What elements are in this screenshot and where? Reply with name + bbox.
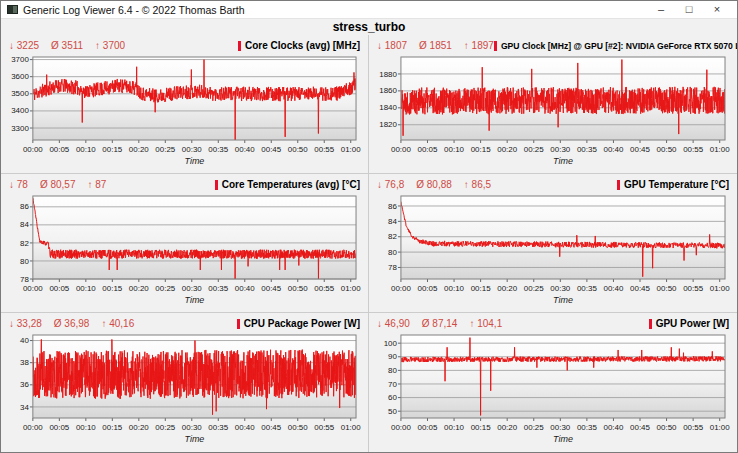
svg-text:86: 86	[20, 202, 29, 211]
svg-text:00:30: 00:30	[182, 284, 202, 293]
svg-text:00:55: 00:55	[314, 145, 334, 154]
svg-text:78: 78	[388, 263, 397, 272]
svg-text:00:50: 00:50	[288, 284, 308, 293]
svg-text:00:10: 00:10	[76, 145, 96, 154]
svg-text:00:35: 00:35	[577, 145, 597, 154]
svg-text:00:10: 00:10	[76, 284, 96, 293]
chart-panel-gpu-clock: ↓ 1807 Ø 1851 ↑ 1897 GPU Clock [MHz] @ G…	[369, 35, 737, 174]
chart-title-text: GPU Power [W]	[656, 318, 729, 329]
stat-max: ↑ 104,1	[469, 318, 502, 329]
svg-text:00:10: 00:10	[444, 284, 464, 293]
chart-title: GPU Clock [MHz] @ GPU [#2]: NVIDIA GeFor…	[494, 41, 737, 51]
svg-text:3400: 3400	[11, 106, 29, 115]
svg-text:01:00: 01:00	[710, 145, 730, 154]
legend-marker-icon	[215, 180, 218, 190]
svg-text:Time: Time	[185, 434, 205, 444]
window-controls: – □ ×	[647, 1, 731, 18]
svg-text:00:45: 00:45	[630, 423, 650, 432]
svg-text:00:25: 00:25	[524, 423, 544, 432]
svg-text:00:35: 00:35	[577, 284, 597, 293]
svg-text:100: 100	[384, 339, 398, 348]
chart-stats: ↓ 78 Ø 80,57 ↑ 87	[9, 179, 106, 190]
chart-title: Core Clocks (avg) [MHz]	[238, 40, 360, 51]
svg-text:00:20: 00:20	[129, 423, 149, 432]
chart-title-text: Core Clocks (avg) [MHz]	[245, 40, 360, 51]
svg-text:00:15: 00:15	[471, 423, 491, 432]
svg-text:00:50: 00:50	[657, 145, 677, 154]
minimize-icon[interactable]: –	[647, 1, 675, 18]
svg-text:00:15: 00:15	[102, 423, 122, 432]
svg-text:00:20: 00:20	[497, 423, 517, 432]
chart-header: ↓ 46,90 Ø 87,14 ↑ 104,1 GPU Power [W]	[375, 315, 731, 332]
svg-text:84: 84	[20, 220, 29, 229]
svg-text:Time: Time	[553, 156, 573, 166]
svg-text:00:15: 00:15	[102, 145, 122, 154]
chart-panel-cpu-package-power: ↓ 33,28 Ø 36,98 ↑ 40,16 CPU Package Powe…	[1, 313, 369, 452]
svg-text:00:15: 00:15	[471, 145, 491, 154]
chart-panel-core-clocks: ↓ 3225 Ø 3511 ↑ 3700 Core Clocks (avg) […	[1, 35, 369, 174]
stat-min: ↓ 46,90	[377, 318, 410, 329]
svg-text:00:40: 00:40	[235, 284, 255, 293]
chart-panel-gpu-power: ↓ 46,90 Ø 87,14 ↑ 104,1 GPU Power [W] 50…	[369, 313, 737, 452]
chart-header: ↓ 78 Ø 80,57 ↑ 87 Core Temperatures (avg…	[7, 176, 362, 193]
svg-text:01:00: 01:00	[341, 284, 361, 293]
stat-min: ↓ 3225	[9, 40, 39, 51]
chart-title: GPU Power [W]	[649, 318, 729, 329]
stat-max: ↑ 3700	[95, 40, 125, 51]
maximize-icon[interactable]: □	[675, 1, 703, 18]
window-title: Generic Log Viewer 6.4 - © 2022 Thomas B…	[23, 4, 647, 16]
svg-text:Time: Time	[553, 295, 573, 305]
stat-avg: Ø 3511	[51, 40, 83, 51]
svg-text:90: 90	[388, 352, 397, 361]
svg-text:00:05: 00:05	[418, 284, 438, 293]
svg-text:1880: 1880	[379, 70, 397, 79]
line-chart-cpu-package-power: 3436384000:0000:0500:1000:1500:2000:2500…	[7, 332, 362, 448]
stat-min: ↓ 76,8	[377, 179, 404, 190]
svg-text:00:00: 00:00	[391, 423, 411, 432]
svg-text:00:20: 00:20	[129, 145, 149, 154]
legend-marker-icon	[237, 319, 240, 329]
chart-header: ↓ 33,28 Ø 36,98 ↑ 40,16 CPU Package Powe…	[7, 315, 362, 332]
line-chart-gpu-clock: 182018401860188000:0000:0500:1000:1500:2…	[375, 54, 731, 170]
svg-text:00:35: 00:35	[577, 423, 597, 432]
svg-text:00:30: 00:30	[550, 145, 570, 154]
svg-text:3600: 3600	[11, 72, 29, 81]
line-chart-core-clocks: 3300340035003600370000:0000:0500:1000:15…	[7, 54, 362, 170]
svg-text:00:00: 00:00	[23, 423, 43, 432]
svg-text:00:25: 00:25	[524, 284, 544, 293]
svg-text:00:05: 00:05	[49, 284, 69, 293]
svg-text:40: 40	[20, 336, 29, 345]
chart-header: ↓ 1807 Ø 1851 ↑ 1897 GPU Clock [MHz] @ G…	[375, 37, 731, 54]
svg-text:00:00: 00:00	[391, 284, 411, 293]
stat-avg: Ø 80,88	[416, 179, 452, 190]
svg-text:01:00: 01:00	[710, 423, 730, 432]
legend-marker-icon	[238, 41, 241, 51]
svg-text:00:45: 00:45	[261, 145, 281, 154]
svg-text:82: 82	[388, 232, 397, 241]
legend-marker-icon	[494, 41, 497, 51]
chart-stats: ↓ 76,8 Ø 80,88 ↑ 86,5	[377, 179, 491, 190]
svg-text:00:40: 00:40	[603, 284, 623, 293]
svg-text:01:00: 01:00	[341, 145, 361, 154]
chart-panel-core-temperatures: ↓ 78 Ø 80,57 ↑ 87 Core Temperatures (avg…	[1, 174, 369, 313]
svg-text:38: 38	[20, 358, 29, 367]
svg-text:00:55: 00:55	[683, 145, 703, 154]
stat-min: ↓ 78	[9, 179, 28, 190]
svg-text:70: 70	[388, 380, 397, 389]
chart-stats: ↓ 33,28 Ø 36,98 ↑ 40,16	[9, 318, 134, 329]
svg-text:00:35: 00:35	[208, 423, 228, 432]
svg-text:00:40: 00:40	[603, 423, 623, 432]
chart-title-text: CPU Package Power [W]	[244, 318, 360, 329]
chart-stats: ↓ 1807 Ø 1851 ↑ 1897	[377, 40, 494, 51]
svg-text:80: 80	[20, 257, 29, 266]
svg-text:86: 86	[388, 202, 397, 211]
legend-marker-icon	[649, 319, 652, 329]
stat-avg: Ø 36,98	[54, 318, 90, 329]
svg-text:00:30: 00:30	[550, 284, 570, 293]
svg-text:00:00: 00:00	[23, 145, 43, 154]
svg-text:Time: Time	[185, 295, 205, 305]
close-icon[interactable]: ×	[703, 1, 731, 18]
chart-grid: ↓ 3225 Ø 3511 ↑ 3700 Core Clocks (avg) […	[1, 35, 737, 452]
svg-text:00:20: 00:20	[129, 284, 149, 293]
stat-min: ↓ 33,28	[9, 318, 42, 329]
